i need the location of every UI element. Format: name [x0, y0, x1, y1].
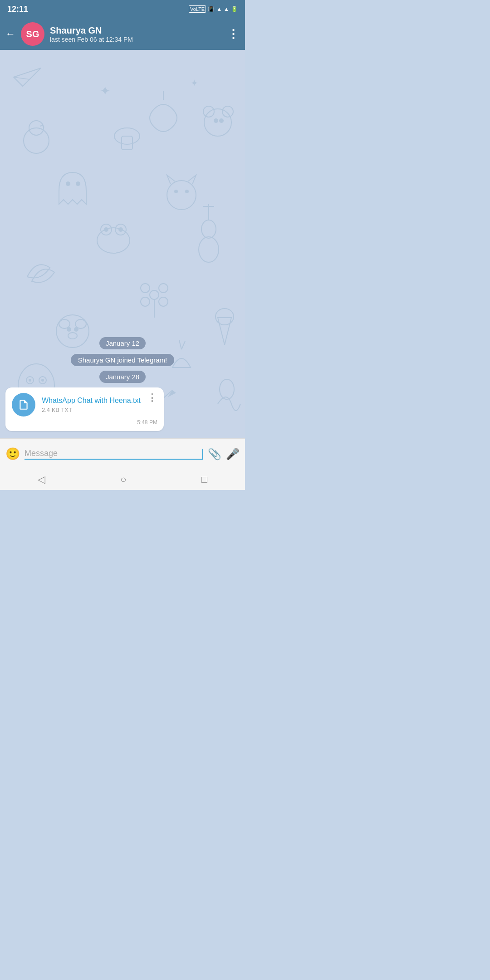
file-content: WhatsApp Chat with Heena.txt 2.4 KB TXT …	[12, 393, 157, 416]
message-time: 5:48 PM	[12, 419, 157, 426]
file-more-button[interactable]: ⋮	[147, 393, 157, 403]
chat-header: ← SG Shaurya GN last seen Feb 06 at 12:3…	[0, 18, 245, 50]
svg-point-14	[66, 181, 70, 186]
svg-point-31	[141, 297, 150, 306]
back-button[interactable]: ←	[5, 28, 15, 40]
svg-rect-7	[122, 136, 132, 150]
message-wrapper: WhatsApp Chat with Heena.txt 2.4 KB TXT …	[5, 387, 240, 431]
contact-name: Shaurya GN	[50, 25, 222, 36]
svg-point-15	[76, 181, 80, 186]
battery-icon: 🔋	[231, 6, 238, 12]
system-message-joined: Shaurya GN joined Telegram!	[71, 354, 175, 366]
svg-point-9	[203, 106, 214, 117]
input-bar: 🙂 📎 🎤	[0, 438, 245, 469]
mic-button[interactable]: 🎤	[226, 448, 240, 461]
svg-point-36	[75, 319, 86, 328]
svg-point-4	[24, 128, 49, 153]
vibrate-icon: 📳	[208, 6, 215, 12]
attach-button[interactable]: 📎	[208, 448, 221, 461]
chat-area: ✦ ✦	[0, 50, 245, 438]
file-details: WhatsApp Chat with Heena.txt 2.4 KB TXT	[42, 396, 141, 413]
svg-point-8	[204, 109, 231, 136]
emoji-button[interactable]: 🙂	[5, 447, 20, 461]
back-nav-button[interactable]: ◁	[38, 474, 45, 485]
status-time: 12:11	[7, 5, 28, 14]
svg-point-16	[167, 181, 196, 210]
home-nav-button[interactable]: ○	[120, 474, 126, 485]
svg-point-35	[59, 319, 70, 328]
date-separator-jan28: January 28	[99, 371, 146, 383]
svg-point-17	[174, 190, 178, 193]
file-icon-circle	[12, 393, 35, 416]
bottom-nav-bar: ◁ ○ □	[0, 469, 245, 490]
svg-point-25	[201, 220, 216, 238]
file-name: WhatsApp Chat with Heena.txt	[42, 396, 141, 406]
wifi-icon: ▲	[216, 6, 222, 12]
svg-marker-0	[14, 68, 41, 86]
svg-point-29	[141, 284, 150, 293]
more-options-button[interactable]: ⋮	[227, 27, 240, 41]
status-icons: VoLTE 📳 ▲ ▲ 🔋	[189, 5, 238, 13]
volte-icon: VoLTE	[189, 5, 206, 13]
svg-point-12	[219, 118, 224, 123]
messages-container: January 12 Shaurya GN joined Telegram! J…	[0, 330, 245, 438]
date-separator-jan12: January 12	[99, 337, 146, 349]
status-bar: 12:11 VoLTE 📳 ▲ ▲ 🔋	[0, 0, 245, 18]
signal-icon: ▲	[224, 6, 229, 12]
recents-nav-button[interactable]: □	[201, 474, 207, 485]
message-input[interactable]	[24, 449, 202, 458]
svg-point-19	[97, 228, 130, 253]
svg-point-24	[199, 237, 219, 262]
svg-point-22	[104, 227, 108, 232]
svg-point-32	[159, 297, 168, 306]
svg-point-28	[150, 290, 159, 299]
avatar: SG	[21, 22, 44, 46]
file-size: 2.4 KB TXT	[42, 407, 141, 413]
svg-point-23	[118, 227, 123, 232]
svg-text:✦: ✦	[191, 78, 198, 88]
svg-text:✦: ✦	[100, 84, 110, 98]
contact-info[interactable]: Shaurya GN last seen Feb 06 at 12:34 PM	[50, 25, 222, 43]
svg-point-18	[185, 190, 189, 193]
contact-status: last seen Feb 06 at 12:34 PM	[50, 36, 222, 43]
svg-point-30	[159, 284, 168, 293]
text-cursor	[202, 449, 203, 459]
svg-point-40	[216, 309, 234, 325]
svg-point-10	[222, 106, 233, 117]
svg-point-11	[214, 118, 218, 123]
file-message-bubble: WhatsApp Chat with Heena.txt 2.4 KB TXT …	[5, 387, 164, 431]
file-document-icon	[18, 399, 29, 411]
